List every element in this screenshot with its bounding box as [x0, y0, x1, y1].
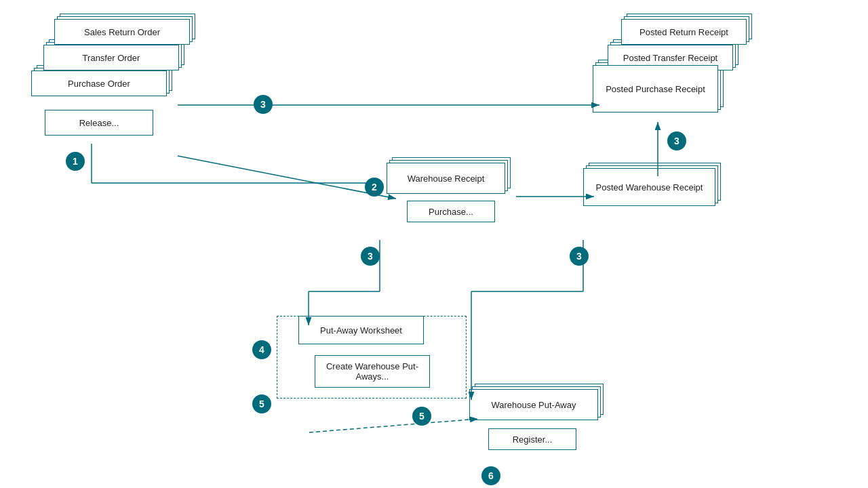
posted-return-receipt-stack: Posted Return Receipt — [621, 19, 747, 45]
posted-purchase-receipt-stack: Posted Purchase Receipt — [593, 65, 718, 113]
svg-line-12 — [309, 419, 478, 432]
warehouse-putaway-box: Warehouse Put-Away — [469, 389, 598, 420]
step-3a-circle: 3 — [254, 95, 273, 114]
step-2-circle: 2 — [365, 178, 384, 197]
diagram: Sales Return Order Transfer Order Purcha… — [0, 0, 868, 488]
step-6-circle: 6 — [481, 466, 500, 485]
register-box: Register... — [488, 428, 576, 450]
step-3d-circle: 3 — [570, 247, 589, 266]
warehouse-receipt-stack: Warehouse Receipt — [387, 163, 505, 194]
step-5a-circle: 5 — [252, 394, 271, 413]
warehouse-putaway-stack: Warehouse Put-Away — [469, 389, 598, 420]
transfer-order-box: Transfer Order — [43, 45, 179, 70]
posted-purchase-receipt-box: Posted Purchase Receipt — [593, 65, 718, 113]
svg-line-3 — [178, 156, 396, 199]
warehouse-receipt-box: Warehouse Receipt — [387, 163, 505, 194]
purchase-in-wr-box: Purchase... — [407, 201, 495, 222]
sales-return-order-box: Sales Return Order — [54, 19, 190, 45]
purchase-order-box: Purchase Order — [31, 70, 167, 96]
sales-return-order-stack: Sales Return Order — [54, 19, 190, 45]
posted-warehouse-receipt-box: Posted Warehouse Receipt — [583, 168, 715, 206]
posted-warehouse-receipt-stack: Posted Warehouse Receipt — [583, 168, 715, 206]
posted-return-receipt-box: Posted Return Receipt — [621, 19, 747, 45]
step-3c-circle: 3 — [361, 247, 380, 266]
release-box: Release... — [45, 110, 153, 136]
step-4-circle: 4 — [252, 340, 271, 359]
transfer-order-stack: Transfer Order — [43, 45, 179, 70]
putaway-dashed-box — [277, 316, 467, 399]
step-3b-circle: 3 — [667, 131, 686, 150]
step-1-circle: 1 — [66, 152, 85, 171]
purchase-order-stack: Purchase Order — [31, 70, 167, 96]
step-5b-circle: 5 — [412, 407, 431, 426]
